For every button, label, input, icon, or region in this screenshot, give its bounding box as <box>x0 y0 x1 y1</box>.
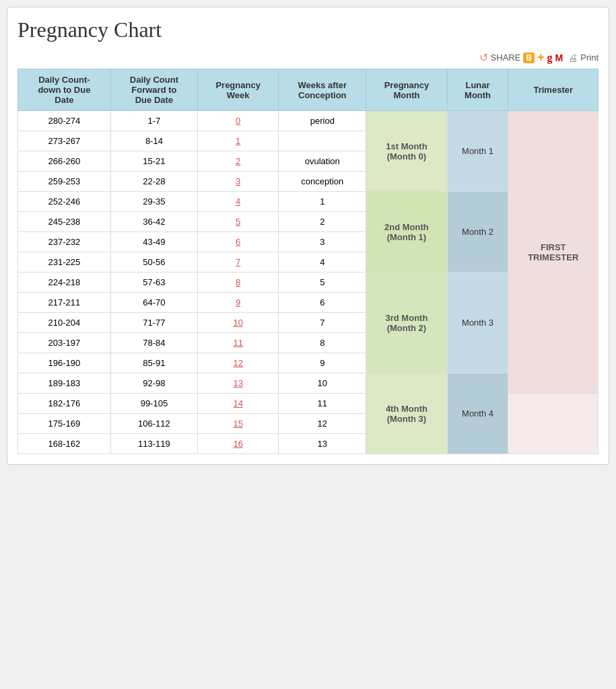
cell-conception: 6 <box>279 293 366 313</box>
week-link[interactable]: 14 <box>233 398 242 408</box>
cell-preg-week[interactable]: 16 <box>197 434 278 454</box>
cell-forward: 71-77 <box>110 313 197 333</box>
blogger-icon: B <box>523 52 535 63</box>
cell-countdown: 237-232 <box>18 232 111 252</box>
week-link[interactable]: 0 <box>236 116 240 126</box>
header-daily-countdown: Daily Count-down to DueDate <box>18 69 111 111</box>
cell-preg-week[interactable]: 3 <box>197 172 278 192</box>
pregnancy-chart-table: Daily Count-down to DueDate Daily CountF… <box>18 69 598 454</box>
cell-trimester-first-bottom <box>508 394 598 454</box>
header-lunar-month: LunarMonth <box>447 69 508 111</box>
week-link[interactable]: 11 <box>233 338 242 348</box>
cell-forward: 92-98 <box>110 373 197 394</box>
cell-countdown: 252-246 <box>18 192 111 212</box>
header-preg-month: PregnancyMonth <box>366 69 447 111</box>
header-weeks-conception: Weeks afterConception <box>279 69 366 111</box>
cell-conception: 2 <box>279 212 366 232</box>
cell-preg-week[interactable]: 4 <box>197 192 278 212</box>
cell-conception: 10 <box>279 373 366 394</box>
share-arrow-icon: ↺ <box>479 51 488 64</box>
cell-forward: 99-105 <box>110 394 197 414</box>
cell-conception: 5 <box>279 273 366 293</box>
cell-forward: 113-119 <box>110 434 197 454</box>
share-label: SHARE <box>491 52 521 63</box>
cell-forward: 29-35 <box>110 192 197 212</box>
cell-forward: 15-21 <box>110 151 197 172</box>
cell-countdown: 175-169 <box>18 414 111 434</box>
week-link[interactable]: 15 <box>233 419 242 429</box>
table-row: 280-2741-70period1st Month(Month 0)Month… <box>18 111 598 131</box>
week-link[interactable]: 6 <box>236 237 240 247</box>
cell-countdown: 231-225 <box>18 252 111 273</box>
week-link[interactable]: 8 <box>236 277 240 287</box>
cell-lunar-month: Month 2 <box>447 192 508 273</box>
cell-forward: 64-70 <box>110 293 197 313</box>
cell-conception: 3 <box>279 232 366 252</box>
cell-conception: 11 <box>279 394 366 414</box>
cell-lunar-month: Month 4 <box>447 373 508 454</box>
cell-countdown: 182-176 <box>18 394 111 414</box>
cell-trimester-first: FIRSTTRIMESTER <box>508 111 598 394</box>
cell-preg-week[interactable]: 5 <box>197 212 278 232</box>
cell-preg-week[interactable]: 6 <box>197 232 278 252</box>
week-link[interactable]: 7 <box>236 257 240 267</box>
print-button[interactable]: 🖨 Print <box>568 52 598 63</box>
cell-conception: 8 <box>279 333 366 353</box>
week-link[interactable]: 13 <box>233 378 242 388</box>
cell-preg-month: 2nd Month(Month 1) <box>366 192 447 273</box>
week-link[interactable]: 10 <box>233 318 242 328</box>
cell-forward: 1-7 <box>110 111 197 131</box>
cell-preg-week[interactable]: 8 <box>197 273 278 293</box>
printer-icon: 🖨 <box>568 52 578 63</box>
cell-forward: 36-42 <box>110 212 197 232</box>
week-link[interactable]: 3 <box>236 176 240 186</box>
cell-conception: 13 <box>279 434 366 454</box>
cell-preg-week[interactable]: 7 <box>197 252 278 273</box>
cell-countdown: 217-211 <box>18 293 111 313</box>
cell-lunar-month: Month 1 <box>447 111 508 192</box>
week-link[interactable]: 4 <box>236 196 240 207</box>
cell-preg-week[interactable]: 13 <box>197 373 278 394</box>
cell-countdown: 168-162 <box>18 434 111 454</box>
cell-forward: 57-63 <box>110 273 197 293</box>
main-container: Pregnancy Chart ↺ SHARE B + g M 🖨 Print … <box>7 7 609 465</box>
cell-preg-week[interactable]: 1 <box>197 131 278 151</box>
cell-forward: 78-84 <box>110 333 197 353</box>
cell-preg-week[interactable]: 9 <box>197 293 278 313</box>
cell-preg-week[interactable]: 0 <box>197 111 278 131</box>
week-link[interactable]: 12 <box>233 358 242 368</box>
cell-preg-week[interactable]: 14 <box>197 394 278 414</box>
google-icon: g <box>547 52 553 64</box>
cell-conception: 1 <box>279 192 366 212</box>
share-button[interactable]: ↺ SHARE B + g M <box>479 50 563 65</box>
week-link[interactable]: 1 <box>236 136 240 146</box>
week-link[interactable]: 2 <box>236 156 240 166</box>
cell-conception: 4 <box>279 252 366 273</box>
cell-countdown: 266-260 <box>18 151 111 172</box>
cell-preg-month: 3rd Month(Month 2) <box>366 273 447 373</box>
cell-preg-week[interactable]: 12 <box>197 353 278 373</box>
cell-countdown: 210-204 <box>18 313 111 333</box>
cell-forward: 106-112 <box>110 414 197 434</box>
cell-countdown: 245-238 <box>18 212 111 232</box>
cell-countdown: 273-267 <box>18 131 111 151</box>
cell-countdown: 203-197 <box>18 333 111 353</box>
header-trimester: Trimester <box>508 69 598 111</box>
cell-preg-week[interactable]: 2 <box>197 151 278 172</box>
cell-preg-week[interactable]: 11 <box>197 333 278 353</box>
cell-forward: 22-28 <box>110 172 197 192</box>
cell-forward: 43-49 <box>110 232 197 252</box>
cell-preg-month: 4th Month(Month 3) <box>366 373 447 454</box>
cell-countdown: 280-274 <box>18 111 111 131</box>
cell-conception: 12 <box>279 414 366 434</box>
cell-preg-week[interactable]: 15 <box>197 414 278 434</box>
cell-forward: 85-91 <box>110 353 197 373</box>
cell-preg-week[interactable]: 10 <box>197 313 278 333</box>
week-link[interactable]: 5 <box>236 217 240 227</box>
week-link[interactable]: 9 <box>236 297 240 307</box>
cell-conception: 7 <box>279 313 366 333</box>
cell-conception: conception <box>279 172 366 192</box>
cell-conception: 9 <box>279 353 366 373</box>
week-link[interactable]: 16 <box>233 439 242 449</box>
page-title: Pregnancy Chart <box>18 17 598 42</box>
